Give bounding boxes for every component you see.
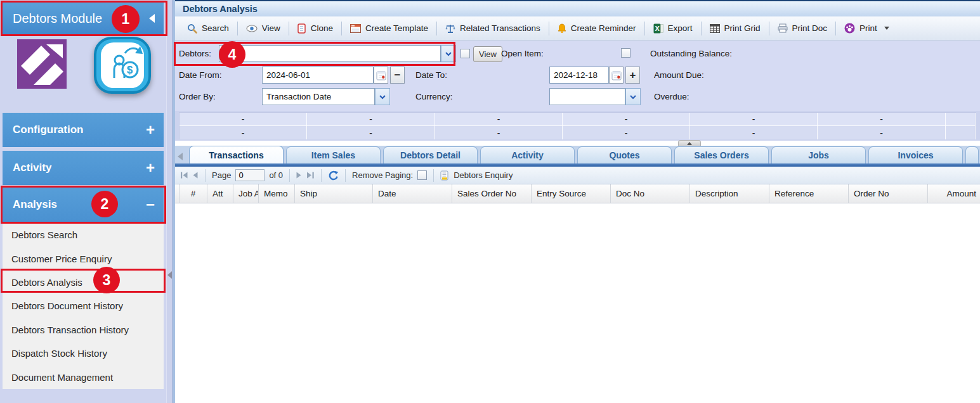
export-button[interactable]: X Export [646,19,700,38]
print-grid-button[interactable]: Print Grid [703,19,768,38]
debtors-view-button[interactable]: View [473,46,502,62]
grid-gutter [175,184,180,203]
debtors-combo-chevron-icon[interactable] [441,45,456,62]
print-doc-button[interactable]: Print Doc [771,19,835,38]
create-template-button[interactable]: Create Template [343,19,435,38]
column-header-memo[interactable]: Memo [259,184,295,203]
remove-paging-label: Remove Paging: [352,170,413,180]
column-header-number[interactable]: # [180,184,207,203]
summary-area: - - - - - - - - - - - - [175,111,980,141]
print-menu-icon [844,23,855,34]
outstanding-balance-label: Outstanding Balance: [650,49,732,58]
template-window-icon [350,24,361,33]
open-item-checkbox[interactable] [621,48,630,58]
column-header-date[interactable]: Date [373,184,452,203]
summary-cell [946,126,976,139]
toolbar-separator [644,22,645,35]
summary-cell: - [180,126,307,139]
grid-body[interactable] [175,203,980,403]
expand-plus-icon[interactable]: + [146,160,155,176]
sidebar-item-debtors-transaction-history[interactable]: Debtors Transaction History [3,318,164,342]
print-menu-button[interactable]: Print [837,19,896,38]
sidebar-section-activity[interactable]: Activity + [3,151,164,185]
column-header-ship[interactable]: Ship [295,184,373,203]
toolbar-separator [835,22,836,35]
date-from-input[interactable] [262,67,374,84]
sidebar-item-debtors-analysis[interactable]: Debtors Analysis [3,271,164,294]
tab-quotes[interactable]: Quotes [577,146,672,163]
button-label: Print Doc [792,23,828,33]
splitter-collapse-icon[interactable] [167,271,172,279]
tab-item-sales[interactable]: Item Sales [286,146,381,163]
page-number-input[interactable] [235,169,265,181]
column-header-entry-source[interactable]: Entry Source [532,184,611,203]
summary-cell: - [307,113,435,125]
sidebar-item-document-management[interactable]: Document Management [3,365,164,388]
column-header-job-at[interactable]: Job At [233,184,259,203]
column-header-order-no[interactable]: Order No [849,184,928,203]
sidebar-section-analysis[interactable]: Analysis − [3,188,164,222]
search-button[interactable]: Search [180,19,236,38]
debtors-combo-input[interactable] [219,45,441,62]
debtors-module-icon[interactable]: $ [93,36,152,96]
button-label: Related Transactions [460,23,540,33]
section-label: Analysis [13,198,57,211]
tab-debtors-detail[interactable]: Debtors Detail [383,146,478,163]
sidebar-item-customer-price-enquiry[interactable]: Customer Price Enquiry [3,246,164,270]
prev-page-icon[interactable] [193,172,199,179]
summary-cell: - [307,126,435,139]
collapse-minus-icon[interactable]: − [146,197,155,212]
date-to-plus-button[interactable]: + [625,67,640,84]
refresh-icon[interactable] [328,170,339,181]
column-header-description[interactable]: Description [690,184,769,203]
summary-table: - - - - - - - - - - - - [179,112,976,139]
order-by-chevron-icon[interactable] [375,88,390,105]
paging-separator [321,169,322,182]
debtors-checkbox[interactable] [461,49,470,58]
paging-separator [205,169,206,182]
clone-button[interactable]: Clone [291,19,340,38]
sidebar-section-configuration[interactable]: Configuration + [3,113,164,147]
purple-brand-icon[interactable] [17,39,67,89]
related-transactions-button[interactable]: Related Transactions [438,19,547,38]
date-from-minus-button[interactable]: − [390,67,405,84]
tab-sales-orders[interactable]: Sales Orders [674,146,769,163]
currency-select[interactable] [549,88,625,105]
remove-paging-checkbox[interactable] [417,170,427,180]
date-to-calendar-icon[interactable] [609,67,624,84]
tab-scroll-left-icon[interactable] [178,153,183,160]
expand-plus-icon[interactable]: + [146,122,155,138]
sidebar-splitter[interactable] [166,0,173,403]
summary-cell: - [180,113,307,125]
sidebar-item-debtors-search[interactable]: Debtors Search [3,223,164,246]
sidebar-collapse-icon[interactable] [149,14,155,23]
excel-icon: X [653,23,663,34]
tab-activity[interactable]: Activity [480,146,575,163]
sidebar-item-dispatch-stock-history[interactable]: Dispatch Stock History [3,342,164,365]
annotation-badge-4: 4 [219,41,245,68]
currency-chevron-icon[interactable] [625,88,641,105]
summary-cell: - [818,126,946,139]
column-header-doc-no[interactable]: Doc No [611,184,690,203]
view-button[interactable]: View [239,19,287,38]
tab-partial[interactable] [965,146,979,163]
page-title: Debtors Analysis [183,4,258,14]
tab-transactions[interactable]: Transactions [189,146,284,163]
enquiry-doc-icon [440,170,449,181]
order-by-select[interactable] [262,88,375,105]
sidebar-item-debtors-document-history[interactable]: Debtors Document History [3,294,164,317]
page-label: Page [212,170,231,180]
last-page-icon[interactable] [306,172,315,179]
tab-invoices[interactable]: Invoices [868,146,963,163]
tab-jobs[interactable]: Jobs [771,146,866,163]
column-header-amount[interactable]: Amount [928,184,980,203]
date-to-input[interactable] [549,67,609,84]
first-page-icon[interactable] [180,172,188,179]
column-header-reference[interactable]: Reference [769,184,849,203]
next-page-icon[interactable] [296,172,302,179]
column-header-sales-order-no[interactable]: Sales Order No [452,184,532,203]
create-reminder-button[interactable]: Create Reminder [551,19,643,38]
filter-collapse-button[interactable] [678,140,701,146]
date-from-calendar-icon[interactable] [374,67,388,84]
column-header-att[interactable]: Att [207,184,233,203]
